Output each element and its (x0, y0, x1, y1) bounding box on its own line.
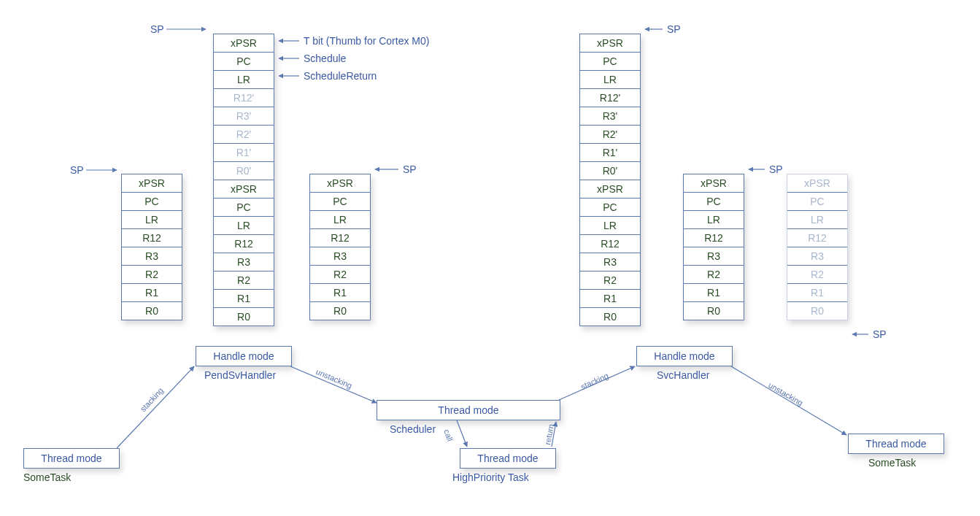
stack-cell: R2 (310, 265, 370, 283)
stack-cell: xPSR (214, 180, 274, 198)
stack-cell: R3 (122, 247, 182, 265)
stack-cell: R0 (122, 301, 182, 320)
stack-cell: R12 (122, 228, 182, 247)
stack-cell: R1 (787, 283, 847, 301)
highpriority-label: HighPriority Task (452, 471, 529, 483)
edge-return: return (543, 423, 555, 445)
stack-cell: R2 (580, 271, 640, 289)
svchandler-label: SvcHandler (657, 369, 709, 381)
stack-cell: R0 (787, 301, 847, 320)
stack-cell: R12 (214, 234, 274, 253)
svg-line-14 (731, 366, 846, 435)
stack-cell: R1 (214, 289, 274, 307)
stack-cell: xPSR (214, 34, 274, 52)
stack-cell: R1' (214, 143, 274, 161)
stack-cell: LR (787, 210, 847, 228)
stack-cell: PC (684, 192, 744, 210)
stack-cell: R12 (580, 234, 640, 253)
stack-right-faded: xPSR PC LR R12 R3 R2 R1 R0 (787, 174, 848, 320)
edge-unstacking-1: unstacking (315, 367, 353, 390)
annotation-tbit: T bit (Thumb for Cortex M0) (304, 35, 429, 47)
stack-right-small: xPSR PC LR R12 R3 R2 R1 R0 (683, 174, 744, 320)
stack-cell: R3 (310, 247, 370, 265)
sp-label-1: SP (150, 23, 164, 35)
stack-cell: R12' (580, 88, 640, 107)
stack-cell: PC (580, 198, 640, 216)
stack-cell: R3' (580, 107, 640, 125)
edge-stacking-2: stacking (579, 371, 610, 390)
stack-cell: xPSR (684, 174, 744, 192)
thread-mode-hp: Thread mode (460, 448, 556, 469)
stack-cell: R0' (580, 161, 640, 180)
stack-cell: R2 (122, 265, 182, 283)
stack-cell: LR (580, 70, 640, 88)
stack-cell: LR (684, 210, 744, 228)
stack-cell: R3 (684, 247, 744, 265)
sp-label-5: SP (769, 163, 783, 175)
stack-cell: R3 (214, 253, 274, 271)
stack-cell: xPSR (787, 174, 847, 192)
sometask-1-label: SomeTask (23, 471, 71, 483)
stack-cell: R12 (310, 228, 370, 247)
stack-cell: R1 (580, 289, 640, 307)
stack-cell: R3' (214, 107, 274, 125)
handle-mode-1: Handle mode (196, 346, 292, 366)
edge-unstacking-2: unstacking (767, 380, 805, 407)
stack-cell: PC (122, 192, 182, 210)
stack-cell: R2 (787, 265, 847, 283)
scheduler-label: Scheduler (390, 423, 436, 435)
stack-cell: R1' (580, 143, 640, 161)
stack-cell: xPSR (310, 174, 370, 192)
edge-call: call (442, 428, 455, 443)
stack-cell: PC (580, 52, 640, 70)
stack-right-tall: xPSR PC LR R12' R3' R2' R1' R0' xPSR PC … (579, 34, 641, 326)
thread-mode-right: Thread mode (848, 434, 944, 454)
stack-cell: R2 (684, 265, 744, 283)
stack-cell: PC (310, 192, 370, 210)
sp-label-6: SP (873, 328, 887, 340)
stack-cell: PC (214, 52, 274, 70)
stack-cell: LR (214, 216, 274, 234)
stack-cell: R0 (580, 307, 640, 326)
stack-cell: R12 (684, 228, 744, 247)
stack-cell: R1 (684, 283, 744, 301)
svg-line-12 (552, 422, 556, 447)
thread-mode-mid: Thread mode (377, 400, 560, 420)
stack-cell: R0 (214, 307, 274, 326)
sp-label-2: SP (70, 164, 84, 176)
stack-cell: R12' (214, 88, 274, 107)
edge-stacking-1: stacking (139, 386, 165, 414)
stack-cell: R2' (580, 125, 640, 143)
stack-cell: PC (214, 198, 274, 216)
stack-cell: PC (787, 192, 847, 210)
annotation-schedule-return: ScheduleReturn (304, 70, 377, 82)
pendsv-handler-label: PendSvHandler (204, 369, 276, 381)
sp-label-3: SP (403, 163, 417, 175)
annotation-schedule: Schedule (304, 53, 346, 64)
stack-cell: R0' (214, 161, 274, 180)
stack-cell: LR (122, 210, 182, 228)
svg-line-13 (559, 366, 635, 400)
stack-cell: R0 (310, 301, 370, 320)
stack-cell: R3 (580, 253, 640, 271)
stack-cell: R1 (122, 283, 182, 301)
stack-cell: xPSR (122, 174, 182, 192)
stack-mid-small: xPSR PC LR R12 R3 R2 R1 R0 (309, 174, 371, 320)
sp-label-4: SP (667, 23, 681, 35)
svg-line-11 (457, 420, 467, 447)
stack-cell: R0 (684, 301, 744, 320)
stack-left-tall: xPSR PC LR R12' R3' R2' R1' R0' xPSR PC … (213, 34, 274, 326)
stack-cell: R1 (310, 283, 370, 301)
svg-line-9 (117, 366, 194, 448)
stack-cell: LR (310, 210, 370, 228)
stack-cell: LR (580, 216, 640, 234)
handle-mode-2: Handle mode (636, 346, 733, 366)
stack-cell: xPSR (580, 34, 640, 52)
stack-cell: LR (214, 70, 274, 88)
stack-cell: R2 (214, 271, 274, 289)
sometask-2-label: SomeTask (868, 457, 916, 469)
stack-cell: xPSR (580, 180, 640, 198)
stack-cell: R12 (787, 228, 847, 247)
stack-cell: R2' (214, 125, 274, 143)
stack-left-small: xPSR PC LR R12 R3 R2 R1 R0 (121, 174, 182, 320)
